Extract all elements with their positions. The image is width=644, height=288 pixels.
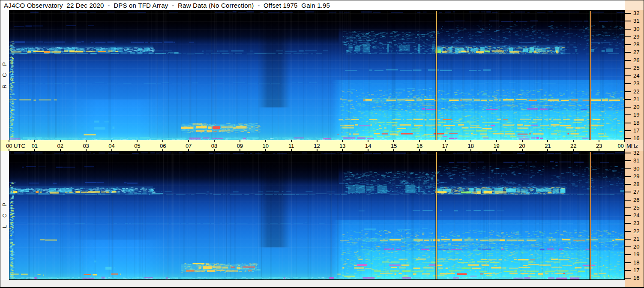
freq-tick	[625, 262, 631, 263]
time-tick	[368, 140, 368, 142]
freq-label: 23	[633, 80, 644, 87]
time-label: 01	[28, 143, 41, 149]
freq-tick	[625, 138, 631, 139]
freq-label: 24	[633, 212, 644, 219]
freq-tick	[625, 52, 631, 53]
freq-label: 19	[633, 251, 644, 258]
time-tick	[342, 140, 343, 142]
freq-tick	[625, 231, 631, 232]
dps-window: AJ4CO Observatory 22 Dec 2020 - DPS on T…	[0, 0, 644, 288]
freq-tick	[625, 278, 631, 279]
time-label: 04	[105, 143, 118, 149]
freq-tick	[625, 215, 631, 216]
freq-label: 16	[633, 135, 644, 141]
freq-tick	[625, 176, 631, 177]
freq-label: 32	[633, 150, 644, 156]
freq-label: 26	[633, 57, 644, 63]
freq-tick	[625, 254, 631, 255]
time-label: 15	[387, 143, 400, 149]
time-tick	[470, 140, 471, 142]
freq-label: 30	[633, 165, 644, 172]
time-label: 23	[593, 143, 605, 149]
freq-label: 27	[633, 49, 644, 55]
time-label: 02	[54, 143, 67, 149]
freq-tick	[625, 60, 631, 61]
freq-label: 21	[633, 96, 644, 102]
freq-tick	[625, 99, 631, 100]
time-tick	[162, 140, 163, 142]
freq-label: 29	[633, 33, 644, 40]
time-axis: 00 UTC0102030405060708091011121314151617…	[0, 140, 625, 151]
freq-label: 16	[633, 275, 644, 281]
time-label: 03	[80, 143, 93, 149]
freq-label: 18	[633, 120, 644, 126]
time-label: 06	[156, 143, 169, 149]
time-tick	[188, 140, 189, 142]
time-tick	[9, 140, 9, 142]
freq-label: 23	[633, 220, 644, 226]
freq-tick	[625, 36, 631, 37]
freq-tick	[625, 91, 631, 92]
freq-tick	[625, 130, 631, 131]
freq-tick	[625, 223, 631, 224]
freq-tick	[625, 207, 631, 208]
time-label: 19	[490, 143, 503, 149]
freq-tick	[625, 29, 631, 30]
freq-label: 26	[633, 197, 644, 203]
freq-tick	[625, 246, 631, 247]
freq-label: 22	[633, 228, 644, 234]
freq-label: 22	[633, 88, 644, 95]
freq-label: 20	[633, 104, 644, 110]
time-tick	[599, 140, 599, 142]
lcp-polarization-label: LCP	[0, 195, 9, 235]
time-tick	[60, 140, 61, 142]
time-tick	[547, 140, 548, 142]
freq-label: 31	[633, 18, 644, 24]
time-tick	[214, 140, 215, 142]
time-label: 16	[413, 143, 426, 149]
time-label: 09	[234, 143, 246, 149]
time-label: 12	[311, 143, 323, 149]
freq-label: 32	[633, 10, 644, 16]
time-label: 11	[285, 143, 298, 149]
freq-label: 28	[633, 41, 644, 48]
freq-tick	[625, 160, 631, 161]
mhz-unit-label: MHz	[626, 143, 638, 149]
freq-label: 31	[633, 157, 644, 164]
rcp-spectrogram-panel	[9, 10, 625, 140]
frequency-axis: MHz 323130292827262524232221201918171632…	[625, 0, 644, 287]
rcp-spectrogram-canvas	[9, 11, 624, 140]
time-label: 14	[362, 143, 374, 149]
freq-tick	[625, 123, 631, 123]
freq-label: 17	[633, 267, 644, 273]
freq-label: 19	[633, 111, 644, 118]
freq-label: 29	[633, 173, 644, 180]
time-tick	[291, 140, 292, 142]
freq-label: 17	[633, 127, 644, 134]
freq-tick	[625, 68, 631, 69]
freq-label: 25	[633, 204, 644, 211]
time-tick	[137, 140, 138, 142]
freq-label: 25	[633, 65, 644, 71]
frequency-axis-top-cap	[625, 0, 644, 10]
time-tick	[573, 140, 574, 142]
freq-tick	[625, 153, 631, 153]
time-tick	[265, 140, 266, 142]
time-tick	[317, 140, 318, 142]
time-tick	[240, 140, 240, 142]
time-label: 13	[336, 143, 349, 149]
freq-tick	[625, 21, 631, 21]
lcp-spectrogram-canvas	[9, 152, 624, 279]
freq-tick	[625, 83, 631, 84]
freq-label: 28	[633, 181, 644, 187]
freq-label: 18	[633, 259, 644, 266]
time-tick	[111, 140, 112, 142]
time-tick	[419, 140, 420, 142]
freq-tick	[625, 75, 631, 76]
freq-tick	[625, 192, 631, 192]
footer-strip	[0, 280, 625, 287]
freq-label: 24	[633, 72, 644, 79]
time-label: 00 UTC	[6, 143, 25, 149]
freq-tick	[625, 184, 631, 185]
freq-tick	[625, 270, 631, 271]
